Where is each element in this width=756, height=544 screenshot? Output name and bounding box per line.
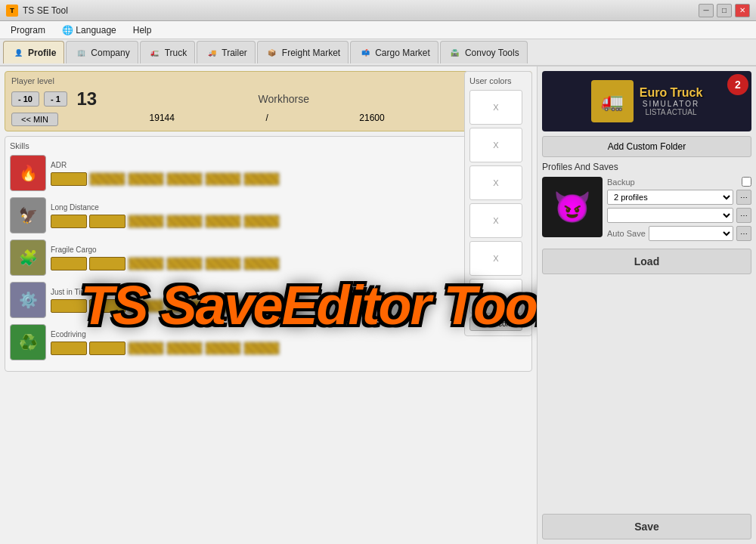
minus-one-button[interactable]: - 1 (44, 91, 67, 107)
tab-freight[interactable]: 📦 Freight Market (257, 41, 349, 63)
profile-action-btn-1[interactable]: ⋯ (736, 190, 751, 205)
truck-tab-icon: 🚛 (148, 46, 162, 60)
xp-divider: / (265, 113, 268, 126)
profile-action-btn-3[interactable]: ⋯ (736, 226, 751, 241)
skill-bar-ld-6[interactable] (243, 215, 280, 228)
skill-bar-2[interactable] (89, 172, 125, 186)
level-title: Workhorse (107, 93, 461, 105)
skill-row-jitd: ⚙️ Just in Time Delivery (10, 282, 527, 318)
profile-action-btn-2[interactable]: ⋯ (736, 208, 751, 223)
skill-bar-jitd-3[interactable] (128, 299, 164, 313)
skill-bar-fc-6[interactable] (243, 257, 280, 270)
skill-row-fragile: 🧩 Fragile Cargo (10, 240, 527, 276)
skills-section: Skills 🔥 ADR 🦅 (5, 136, 532, 372)
skill-row-adr: 🔥 ADR (10, 155, 527, 191)
maximize-button[interactable]: □ (717, 4, 732, 17)
profile-backup-row: Backup (607, 177, 751, 187)
skill-bar-jitd-2[interactable] (89, 299, 125, 313)
user-colors-title: User colors (469, 76, 527, 85)
skill-bar-fc-5[interactable] (205, 257, 241, 270)
skill-bar-row-jitd (51, 299, 527, 313)
profile-dropdown-3[interactable] (649, 226, 733, 241)
add-custom-folder-button[interactable]: Add Custom Folder (542, 136, 751, 157)
skill-icon-fragile: 🧩 (10, 240, 46, 276)
skill-bars-jitd: Just in Time Delivery (51, 288, 527, 313)
autosave-label: Auto Save (607, 229, 646, 238)
skill-row-eco: ♻️ Ecodriving (10, 324, 527, 360)
tab-truck[interactable]: 🚛 Truck (140, 41, 196, 63)
skill-bar-eco-3[interactable] (128, 342, 164, 355)
show-colors-button[interactable]: Show color (469, 317, 522, 331)
company-tab-icon: 🏢 (74, 46, 88, 60)
skill-bar-ld-2[interactable] (89, 215, 125, 228)
backup-checkbox[interactable] (742, 177, 751, 187)
skill-bar-ld-4[interactable] (166, 215, 203, 228)
profile-dropdown-1[interactable]: 2 profiles 1 profiles (607, 190, 733, 205)
skill-bar-eco-1[interactable] (51, 342, 87, 355)
close-button[interactable]: ✕ (735, 4, 750, 17)
skill-bar-jitd-5[interactable] (205, 299, 241, 313)
left-panel: Player level - 10 - 1 13 Workhorse + 1 +… (0, 66, 537, 544)
skill-bar-eco-2[interactable] (89, 342, 125, 355)
skill-bar-jitd-6[interactable] (243, 299, 280, 313)
tab-company[interactable]: 🏢 Company (66, 41, 138, 63)
skill-bar-fc-2[interactable] (89, 257, 125, 270)
menu-language[interactable]: 🌐 Language (54, 23, 124, 37)
tab-cargo[interactable]: 📫 Cargo Market (350, 41, 438, 63)
color-swatch-5[interactable]: X (469, 241, 522, 276)
tab-cargo-label: Cargo Market (375, 48, 430, 58)
tab-trailer[interactable]: 🚚 Trailer (197, 41, 256, 63)
skill-row-longdistance: 🦅 Long Distance (10, 197, 527, 233)
tab-truck-label: Truck (165, 48, 187, 58)
skill-bar-ld-5[interactable] (205, 215, 241, 228)
user-colors-panel: User colors X X X X X X Show color (464, 71, 532, 336)
trailer-tab-icon: 🚚 (205, 46, 218, 60)
skill-bar-ld-3[interactable] (128, 215, 164, 228)
tab-convoy[interactable]: 🛣️ Convoy Tools (440, 41, 528, 63)
menu-bar: Program 🌐 Language Help (0, 21, 756, 39)
skills-title: Skills (10, 141, 527, 150)
skill-icon-longdistance: 🦅 (10, 197, 46, 233)
color-swatch-2[interactable]: X (469, 128, 522, 162)
skill-bar-6[interactable] (243, 172, 280, 186)
dropdown-row-1: 2 profiles 1 profiles ⋯ (607, 190, 751, 205)
title-bar-left: T TS SE Tool (6, 5, 68, 17)
profile-dropdown-2[interactable] (607, 208, 733, 223)
player-level-section: Player level - 10 - 1 13 Workhorse + 1 +… (5, 71, 532, 131)
color-swatch-4[interactable]: X (469, 203, 522, 238)
tab-profile[interactable]: 👤 Profile (3, 41, 64, 63)
save-button[interactable]: Save (542, 514, 751, 539)
skill-bar-3[interactable] (128, 172, 164, 186)
skill-bar-fc-4[interactable] (166, 257, 203, 270)
skill-bar-jitd-1[interactable] (51, 299, 87, 313)
skill-bar-eco-5[interactable] (205, 342, 241, 355)
ets2-sub2: LISTA ACTUAL (640, 108, 703, 116)
skill-icon-jitd: ⚙️ (10, 282, 46, 318)
skill-icon-eco: ♻️ (10, 324, 46, 360)
skill-bar-fc-1[interactable] (51, 257, 87, 270)
ets2-badge: 2 (727, 74, 748, 95)
color-swatch-1[interactable]: X (469, 90, 522, 125)
color-swatch-3[interactable]: X (469, 165, 522, 200)
skill-bar-jitd-4[interactable] (166, 299, 203, 313)
tab-trailer-label: Trailer (222, 48, 247, 58)
profile-avatar: 😈 (542, 177, 603, 237)
title-bar: T TS SE Tool ─ □ ✕ (0, 0, 756, 21)
minus-ten-button[interactable]: - 10 (11, 91, 39, 107)
color-swatch-6[interactable]: X (469, 279, 522, 314)
min-button[interactable]: << MIN (11, 113, 58, 126)
menu-help[interactable]: Help (125, 23, 160, 37)
load-button[interactable]: Load (542, 249, 751, 274)
skill-bar-5[interactable] (205, 172, 241, 186)
skill-bar-1[interactable] (51, 172, 87, 186)
avatar-emoji: 😈 (553, 190, 591, 225)
skill-label-jitd: Just in Time Delivery (51, 288, 527, 296)
skill-bar-eco-4[interactable] (166, 342, 203, 355)
skill-bar-eco-6[interactable] (243, 342, 280, 355)
skill-bar-ld-1[interactable] (51, 215, 87, 228)
window-controls: ─ □ ✕ (699, 4, 750, 17)
skill-bar-fc-3[interactable] (128, 257, 164, 270)
skill-bar-4[interactable] (166, 172, 203, 186)
minimize-button[interactable]: ─ (699, 4, 714, 17)
menu-program[interactable]: Program (3, 23, 53, 37)
